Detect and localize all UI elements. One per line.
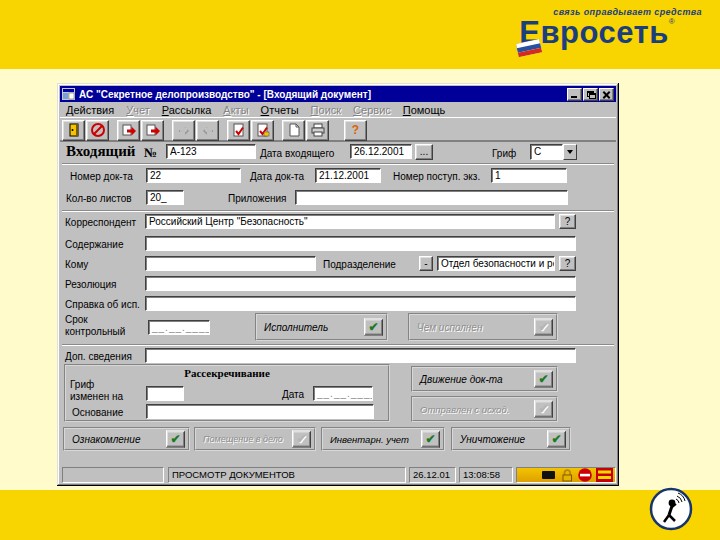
lock-icon (560, 468, 574, 482)
stop-icon (577, 467, 593, 483)
movement-check-button[interactable]: ✔ (534, 371, 553, 388)
destruction-check-button[interactable]: ✔ (547, 431, 566, 448)
menu-help[interactable]: Помощь (397, 104, 452, 116)
minimize-button[interactable] (567, 88, 582, 101)
department-minus-button[interactable]: - (419, 256, 433, 271)
doc-number-label: Номер док-та (70, 171, 133, 182)
grif-label: Гриф (492, 148, 516, 159)
menu-actions[interactable]: Действия (60, 104, 120, 116)
doc-date-field[interactable]: 21.12.2001 (315, 168, 381, 183)
reg-number-field[interactable]: А-123 (166, 144, 256, 159)
registered-mark: ® (669, 17, 675, 26)
app-window: АС "Секретное делопроизводство" - [Входя… (57, 83, 619, 486)
attachments-field[interactable] (295, 190, 568, 205)
register-doc-icon[interactable] (227, 120, 250, 141)
declass-date-field[interactable]: __.__.____ (313, 386, 373, 401)
content-label: Содержание (65, 239, 123, 250)
help-icon[interactable]: ? (344, 120, 367, 141)
resolution-field[interactable] (145, 276, 576, 291)
executed-with-check-button: ✔ (534, 319, 553, 336)
title-bar: АС "Секретное делопроизводство" - [Входя… (60, 86, 616, 102)
doc-number-field[interactable]: 22 (146, 168, 241, 183)
sent-out-group: Отправлен с исход. ✔ (411, 396, 558, 422)
familiarization-group: Ознакомление ✔ (63, 427, 190, 451)
declassification-title: Рассекречивание (66, 367, 388, 379)
status-time-panel: 13:08:58 (459, 467, 513, 483)
toolbar: ? (60, 117, 616, 142)
movement-label: Движение док-та (420, 374, 503, 385)
correspondent-help-button[interactable]: ? (559, 214, 576, 229)
executor-label: Исполнитель (264, 322, 328, 333)
deadline-label: Срок контрольный (65, 314, 125, 337)
executed-with-label: Чем исполнен (417, 322, 482, 333)
divider (62, 163, 614, 165)
correspondent-label: Корреспондент (65, 217, 136, 228)
sent-out-label: Отправлен с исход. (420, 404, 509, 415)
number-sign: № (144, 145, 157, 161)
grif-changed-field[interactable] (146, 386, 184, 401)
window-title: АС "Секретное делопроизводство" - [Входя… (79, 89, 566, 100)
date-picker-button[interactable]: ... (415, 144, 433, 160)
grif-value: С (530, 144, 563, 160)
print-icon[interactable] (306, 120, 329, 141)
exec-ref-field[interactable] (145, 296, 576, 311)
familiarization-check-button[interactable]: ✔ (166, 431, 185, 448)
status-icons-panel (516, 467, 616, 483)
black-panel-icon (541, 469, 557, 481)
declassification-group: Рассекречивание Гриф изменен на Дата __.… (64, 364, 390, 422)
sheets-field[interactable]: 20_ (146, 190, 184, 205)
walking-person-badge-icon (648, 486, 694, 532)
extra-label: Доп. сведения (65, 351, 132, 362)
movement-group: Движение док-та ✔ (411, 366, 558, 392)
correspondent-field[interactable]: Российский Центр "Безопасность" (145, 214, 555, 229)
send-doc-icon[interactable] (117, 120, 140, 141)
menu-distribution[interactable]: Рассылка (156, 104, 218, 116)
recv-copy-field[interactable]: 1 (491, 168, 567, 183)
app-icon (62, 88, 75, 100)
filing-group: Помещение в дело ✔ (194, 427, 316, 451)
doc-date-label: Дата док-та (250, 171, 304, 182)
extra-field[interactable] (145, 348, 576, 363)
menu-reports[interactable]: Отчеты (255, 104, 305, 116)
slide-bottom-band (0, 490, 720, 540)
restore-button[interactable] (583, 88, 598, 101)
date-in-field[interactable]: 26.12.2001 (350, 144, 412, 159)
date-in-label: Дата входящего (260, 148, 334, 159)
inventory-check-button[interactable]: ✔ (421, 431, 440, 448)
send-doc-alt-icon[interactable] (141, 120, 164, 141)
exec-ref-label: Справка об исп. (65, 299, 140, 310)
content-field[interactable] (145, 236, 576, 251)
euroset-logo: связь оправдывает средства Евросеть® (519, 7, 702, 48)
filing-label: Помещение в дело (203, 434, 283, 444)
red-badge-icon (596, 468, 613, 482)
doc-type-title: Входящий (66, 143, 135, 160)
executor-check-button[interactable]: ✔ (364, 319, 383, 336)
menu-service: Сервис (347, 104, 397, 116)
register-doc-alt-icon[interactable] (251, 120, 274, 141)
grif-changed-label: Гриф изменен на (70, 379, 123, 402)
grif-combo[interactable]: С (530, 144, 577, 160)
to-field[interactable] (145, 256, 316, 271)
recv-copy-label: Номер поступ. экз. (393, 171, 480, 182)
basis-label: Основание (72, 407, 123, 418)
status-bar: ПРОСМОТР ДОКУМЕНТОВ 26.12.01 13:08:58 (60, 465, 616, 485)
status-empty-panel (62, 467, 164, 483)
department-help-button[interactable]: ? (559, 256, 576, 271)
department-field[interactable]: Отдел безопасности и режима (437, 256, 555, 271)
familiarization-label: Ознакомление (72, 434, 140, 445)
cancel-icon[interactable] (86, 120, 109, 141)
grif-dropdown-button[interactable] (563, 144, 577, 160)
exit-icon[interactable] (62, 120, 85, 141)
basis-field[interactable] (146, 404, 374, 419)
department-label: Подразделение (323, 259, 396, 270)
executor-group: Исполнитель ✔ (255, 313, 388, 341)
menu-search: Поиск (305, 104, 347, 116)
new-doc-icon[interactable] (282, 120, 305, 141)
close-button[interactable] (599, 88, 614, 101)
destruction-label: Уничтожение (460, 434, 525, 445)
menu-bar: Действия Учет Рассылка Акты Отчеты Поиск… (60, 102, 616, 117)
inventory-group: Инвентарн. учет ✔ (321, 427, 445, 451)
filing-check-button: ✔ (292, 431, 311, 448)
logo-brand-name: Евросеть (519, 15, 669, 50)
deadline-field[interactable]: __.__.____ (148, 320, 210, 335)
